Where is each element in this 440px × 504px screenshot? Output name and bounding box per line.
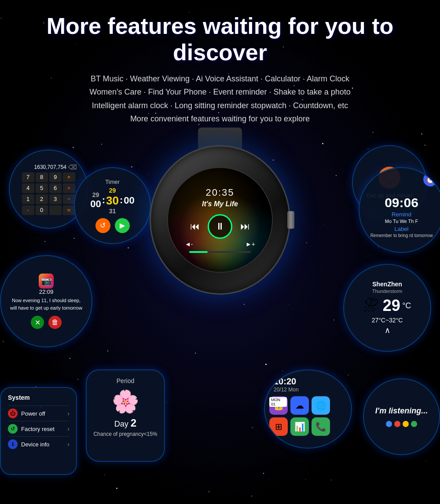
calc-2[interactable]: 2 (36, 194, 48, 204)
weather-expand-icon[interactable]: ∧ (385, 325, 390, 335)
weather-unit: °C (402, 301, 411, 310)
weather-main: ⛈ 29 °C (363, 296, 411, 315)
calc-0[interactable]: 0 (36, 205, 48, 215)
timer-colon1: : (102, 194, 105, 206)
power-off-arrow: › (67, 410, 70, 417)
listening-text: I'm listening... (375, 406, 428, 416)
timer-colon2: : (120, 194, 123, 206)
notification-bubble: 📷 22:09 Now evening 11, I should sleep, … (0, 255, 92, 347)
calc-backspace: ⌫ (68, 164, 77, 171)
feature-list: BT Music · Weather Viewing · Ai Voice As… (18, 72, 422, 126)
play-pause-button[interactable] (208, 214, 232, 239)
timer-play-button[interactable]: ▶ (115, 218, 130, 233)
calc-1[interactable]: 1 (22, 194, 34, 204)
progress-fill (189, 251, 208, 253)
timer-bubble: Timer 29 00 : 29 30 31 : 00 ↺ ▶ (74, 167, 151, 244)
dot-blue (386, 421, 392, 427)
notif-text: Now evening 11, I should sleep, will hav… (1, 297, 92, 311)
calc-value: 1630,707,754 (34, 164, 66, 170)
watch-screen: 20:35 It's My Life ⏮ ⏭ ◄- ►+ (167, 167, 273, 273)
timer-next-min: 31 (109, 208, 116, 215)
alarm-days: Mo Tu We Th F (385, 219, 418, 224)
watch-body: 20:35 It's My Life ⏮ ⏭ ◄- ►+ (150, 145, 290, 295)
app-globe[interactable]: 🌐 (312, 396, 330, 415)
notif-actions: ✕ 🗑 (31, 316, 62, 329)
vol-up-button[interactable]: ►+ (246, 241, 255, 248)
weather-condition: Thunderstorm (372, 289, 402, 294)
timer-minutes: 30 (106, 194, 119, 208)
timer-controls: ↺ ▶ (95, 218, 130, 233)
app-cloud[interactable]: ☁ (290, 396, 309, 415)
feature-line-4: More convenient features waiting for you… (130, 114, 310, 123)
calc-9[interactable]: 9 (49, 172, 62, 182)
watch-song: It's My Life (202, 200, 238, 208)
calc-7[interactable]: 7 (22, 172, 34, 182)
app-phone[interactable]: 📞 (312, 417, 330, 436)
music-controls: ⏮ ⏭ (190, 214, 250, 239)
calc-dot[interactable]: · (22, 205, 34, 215)
timer-display: 29 00 : 29 30 31 : 00 (90, 187, 135, 215)
weather-icon: ⛈ (363, 296, 379, 315)
timer-prev-min: 29 (109, 187, 116, 194)
progress-bar (189, 251, 251, 253)
dot-red (394, 421, 400, 427)
page-title: More features waiting for you to discove… (18, 13, 422, 66)
alarm-icon: ⏰ (423, 172, 437, 186)
calc-display: 1630,707,754 ⌫ (20, 164, 77, 171)
system-title: System (8, 394, 70, 401)
device-info-label: Device info (21, 441, 67, 448)
feature-line-2: Women's Care · Find Your Phone · Event r… (89, 88, 350, 96)
next-button[interactable]: ⏭ (240, 221, 250, 232)
timer-title: Timer (105, 179, 120, 185)
weather-city: ShenZhen (372, 281, 402, 288)
system-device-info[interactable]: ℹ Device info › (8, 436, 70, 452)
alarm-bubble: ⏰ 09:06 Remind Mo Tu We Th F Label Remem… (359, 167, 440, 253)
header-section: More features waiting for you to discove… (0, 4, 440, 130)
smart-apps-grid: 👑 MON 01 ☁ 🌐 ⊞ 📊 📞 (265, 396, 334, 436)
prev-button[interactable]: ⏮ (190, 221, 200, 232)
notif-close-button[interactable]: ✕ (31, 316, 44, 329)
calc-8[interactable]: 8 (36, 172, 48, 182)
vol-down-button[interactable]: ◄- (185, 241, 193, 248)
reset-icon: ↺ (8, 424, 18, 434)
notif-delete-button[interactable]: 🗑 (48, 316, 62, 329)
notif-time: 22:09 (39, 289, 54, 295)
timer-hours: 00 (90, 198, 101, 210)
period-title: Period (117, 377, 134, 384)
system-factory-reset[interactable]: ↺ Factory reset › (8, 421, 70, 436)
system-power-off[interactable]: ⏻ Power off › (8, 405, 70, 421)
calc-div[interactable]: ÷ (63, 194, 75, 204)
app-crown[interactable]: 👑 MON 01 (269, 396, 288, 415)
app-chart[interactable]: 📊 (290, 417, 309, 436)
period-info: Chance of pregnancy<15% (93, 431, 157, 437)
watch-time: 20:35 (205, 187, 234, 198)
dot-yellow (403, 421, 409, 427)
watch-crown[interactable] (287, 211, 294, 229)
calc-5[interactable]: 5 (36, 183, 48, 193)
factory-reset-arrow: › (67, 425, 70, 432)
weather-range: 27°C~32°C (372, 317, 403, 324)
volume-controls: ◄- ►+ (185, 241, 255, 248)
calc-6[interactable]: 6 (49, 183, 62, 193)
google-dots (386, 421, 417, 427)
power-icon: ⏻ (8, 409, 18, 418)
calc-plus[interactable]: + (63, 172, 75, 182)
timer-prev: 29 (92, 191, 99, 198)
period-bubble: Period 🌸 Day 2 Chance of pregnancy<15% (86, 369, 165, 462)
calc-mult[interactable]: × (63, 183, 75, 193)
period-day-label: Day (114, 420, 128, 428)
calc-4[interactable]: 4 (22, 183, 34, 193)
calc-equals[interactable]: = (63, 205, 75, 215)
smart-bubble: 10:20 20/12 Mon 👑 MON 01 ☁ 🌐 ⊞ 📊 📞 (264, 369, 352, 449)
calendar-badge: MON 01 (269, 397, 287, 407)
device-info-arrow: › (67, 441, 70, 448)
factory-reset-label: Factory reset (21, 426, 67, 432)
weather-temp: 29 (383, 296, 400, 314)
alarm-note: Remember to bring rd tomorrow (366, 233, 437, 238)
timer-reset-button[interactable]: ↺ (95, 218, 110, 233)
system-bubble: System ⏻ Power off › ↺ Factory reset › ℹ… (0, 387, 77, 475)
info-icon: ℹ (8, 439, 18, 449)
calc-3[interactable]: 3 (49, 194, 62, 204)
instagram-icon: 📷 (39, 274, 54, 289)
voice-bubble: I'm listening... (363, 378, 440, 455)
